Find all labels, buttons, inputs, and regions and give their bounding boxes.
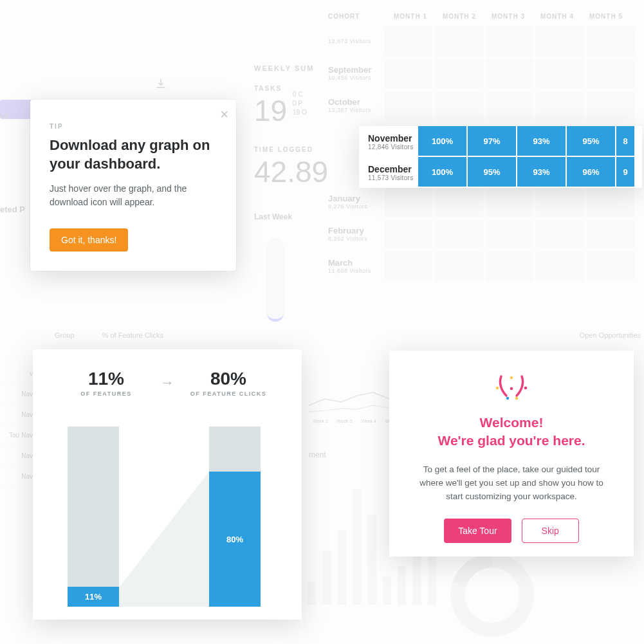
welcome-title-line2: We're glad you're here. <box>437 433 585 448</box>
list-item: Nav <box>0 466 35 487</box>
feature-bars: 11% 80% <box>52 414 282 607</box>
cohort-highlight-card: November 12,846 Visitors 100% 97% 93% 95… <box>359 126 642 188</box>
row-label: December <box>368 164 418 174</box>
tasks-count: 19 <box>254 93 328 128</box>
svg-point-1 <box>510 376 513 380</box>
list-item: v <box>0 363 35 384</box>
cohort-col-3: MONTH 3 <box>484 6 533 26</box>
row-label: February <box>328 226 385 236</box>
row-label: September <box>328 65 385 75</box>
svg-point-5 <box>515 397 519 400</box>
tip-tooltip: × TIP Download any graph on your dashboa… <box>30 100 236 271</box>
table-row: February8,262 Visitors <box>328 219 637 249</box>
cell: 93% <box>517 126 567 157</box>
svg-marker-0 <box>119 472 209 607</box>
featureclicks-label: % of Feature Clicks <box>102 331 163 339</box>
cohort-col-0: COHORT <box>328 6 386 26</box>
list-item: Nav <box>0 384 35 405</box>
cohort-col-4: MONTH 4 <box>533 6 582 26</box>
week-label: Week 3 <box>337 419 353 423</box>
last-week-label: Last Week <box>254 212 292 221</box>
row-visitors: 9,276 Visitors <box>328 203 385 210</box>
list-item: Nav <box>0 446 35 466</box>
group-header: Group % of Feature Clicks <box>55 331 163 339</box>
welcome-body: To get a feel of the place, take our gui… <box>415 463 608 504</box>
cut-text-ment: ment <box>309 450 326 459</box>
cell: 100% <box>418 157 468 188</box>
confetti-icon <box>492 373 531 401</box>
cell: 9 <box>616 157 636 188</box>
bar-right: 80% <box>209 427 261 607</box>
cell: 8 <box>616 126 636 157</box>
stat-label: OF FEATURE CLICKS <box>174 391 282 397</box>
table-row: September10,456 Visitors <box>328 59 637 88</box>
tip-body: Just hover over the graph, and the downl… <box>50 182 217 209</box>
got-it-button[interactable]: Got it, thanks! <box>50 228 128 252</box>
bar-left: 11% <box>68 427 119 607</box>
feature-clicks-card: 11% OF FEATURES → 80% OF FEATURE CLICKS … <box>33 349 302 620</box>
list-item: Too Nav <box>0 425 35 446</box>
cut-text-ted: ted <box>0 113 9 120</box>
row-visitors: 11,698 Visitors <box>328 268 385 275</box>
row-label: November <box>368 133 418 143</box>
bar-left-fill: 11% <box>68 587 119 607</box>
table-row: November 12,846 Visitors 100% 97% 93% 95… <box>359 126 642 157</box>
week-label: Week 4 <box>361 419 376 423</box>
stat-right: 80% OF FEATURE CLICKS <box>174 369 282 397</box>
task-row-p: 0 P <box>293 99 307 108</box>
cell: 95% <box>567 126 616 157</box>
cell: 95% <box>468 157 517 188</box>
row-label: January <box>328 194 385 204</box>
cell: 100% <box>418 126 468 157</box>
bar-right-fill: 80% <box>209 472 261 607</box>
stat-label: OF FEATURES <box>52 391 160 397</box>
row-label: March <box>328 258 385 268</box>
cell: 97% <box>468 126 517 157</box>
svg-point-3 <box>524 387 528 390</box>
row-visitors: 8,262 Visitors <box>328 235 385 243</box>
tasks-label: TASKS <box>254 85 328 92</box>
group-label: Group <box>55 331 75 339</box>
stat-value: 80% <box>174 369 282 389</box>
row-visitors: 10,456 Visitors <box>328 75 385 82</box>
week-label: Week 2 <box>313 419 328 423</box>
time-value: 42.89 <box>254 154 328 189</box>
stat-value: 11% <box>52 369 160 389</box>
svg-point-2 <box>496 387 499 390</box>
welcome-modal: Welcome! We're glad you're here. To get … <box>389 351 634 557</box>
arrow-right-icon: → <box>160 374 174 391</box>
connector-shape <box>119 472 209 607</box>
table-row: January9,276 Visitors <box>328 187 637 217</box>
tip-title: Download any graph on your dashboard. <box>50 136 217 173</box>
row-label: October <box>328 97 385 107</box>
row-visitors: 13,387 Visitors <box>328 107 385 114</box>
summary-heading: WEEKLY SUM <box>254 64 328 72</box>
task-row-o: 19 O <box>293 108 307 117</box>
svg-point-6 <box>510 387 513 391</box>
time-label: TIME LOGGED <box>254 146 328 153</box>
nav-list: v Nav Nav Too Nav Nav Nav <box>0 363 35 487</box>
close-icon[interactable]: × <box>220 106 228 123</box>
welcome-title-line1: Welcome! <box>480 415 544 430</box>
task-row-c: 0 C <box>293 90 307 99</box>
cell: 93% <box>517 157 567 188</box>
cell: 96% <box>567 157 616 188</box>
cohort-col-2: MONTH 2 <box>435 6 484 26</box>
row-visitors: 11,573 Visitors <box>368 174 418 181</box>
table-row: 12,673 Visitors <box>328 26 637 56</box>
welcome-title: Welcome! We're glad you're here. <box>412 414 611 450</box>
cohort-col-1: MONTH 1 <box>386 6 435 26</box>
task-breakdown: 0 C 0 P 19 O <box>293 90 307 117</box>
cohort-col-5: MONTH 5 <box>582 6 630 26</box>
take-tour-button[interactable]: Take Tour <box>444 519 511 543</box>
pill-bar <box>267 238 284 322</box>
open-opportunities-label: Open Opportunities <box>580 331 641 339</box>
table-row: October13,387 Visitors <box>328 91 637 120</box>
skip-button[interactable]: Skip <box>522 519 579 543</box>
stat-left: 11% OF FEATURES <box>52 369 160 397</box>
list-item: Nav <box>0 405 35 425</box>
table-row: March11,698 Visitors <box>328 252 637 281</box>
row-visitors: 12,846 Visitors <box>368 143 418 151</box>
table-row: December 11,573 Visitors 100% 95% 93% 96… <box>359 157 642 188</box>
tip-tag: TIP <box>50 123 217 130</box>
